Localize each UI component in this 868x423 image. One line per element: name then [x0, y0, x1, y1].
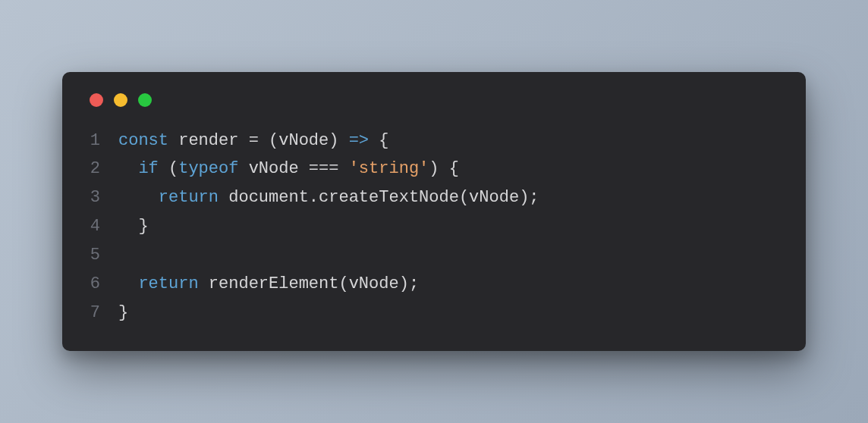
code-token: document: [228, 188, 309, 207]
code-token: );: [399, 274, 419, 293]
maximize-icon[interactable]: [138, 93, 152, 107]
line-number: 6: [90, 270, 100, 299]
code-token: render: [178, 131, 248, 150]
code-token: return: [138, 274, 208, 293]
line-number: 7: [90, 299, 100, 327]
code-token: );: [519, 188, 539, 207]
code-token: (: [269, 131, 278, 150]
code-token: typeof: [178, 159, 248, 178]
code-token: vNode: [349, 274, 399, 293]
code-line: if (typeof vNode === 'string') {: [118, 155, 778, 183]
code-line: }: [118, 212, 778, 241]
code-token: vNode: [469, 188, 519, 207]
code-token: ): [329, 131, 348, 150]
code-content: const render = (vNode) => { if (typeof v…: [118, 127, 778, 327]
code-token: vNode: [278, 131, 329, 150]
code-token: }: [118, 303, 128, 322]
code-token: ===: [309, 159, 349, 178]
code-token: ) {: [429, 159, 459, 178]
line-number: 1: [90, 127, 100, 155]
code-token: =>: [349, 131, 369, 150]
code-token: createTextNode: [319, 188, 459, 207]
code-line: const render = (vNode) => {: [118, 127, 778, 155]
code-window: 1234567 const render = (vNode) => { if (…: [62, 72, 806, 352]
code-token: (: [168, 159, 178, 178]
code-line: return renderElement(vNode);: [118, 270, 778, 299]
traffic-lights: [90, 93, 778, 107]
line-number: 4: [90, 212, 100, 241]
code-line: }: [118, 299, 778, 327]
code-token: =: [249, 131, 269, 150]
line-number: 5: [90, 241, 100, 270]
code-token: (: [459, 188, 469, 207]
code-token: {: [369, 131, 388, 150]
code-token: renderElement: [209, 274, 339, 293]
code-token: .: [309, 188, 319, 207]
close-icon[interactable]: [90, 93, 103, 107]
line-number: 2: [90, 155, 100, 183]
code-token: vNode: [249, 159, 309, 178]
code-area: 1234567 const render = (vNode) => { if (…: [90, 127, 778, 327]
code-token: if: [138, 159, 168, 178]
code-token: const: [118, 131, 178, 150]
code-token: (: [338, 274, 348, 293]
code-line: [118, 241, 778, 270]
line-number: 3: [90, 183, 100, 212]
code-token: }: [138, 217, 148, 236]
code-line: return document.createTextNode(vNode);: [118, 183, 778, 212]
minimize-icon[interactable]: [114, 93, 127, 107]
code-token: return: [159, 188, 228, 207]
code-token: 'string': [349, 159, 429, 178]
line-number-gutter: 1234567: [90, 127, 118, 327]
